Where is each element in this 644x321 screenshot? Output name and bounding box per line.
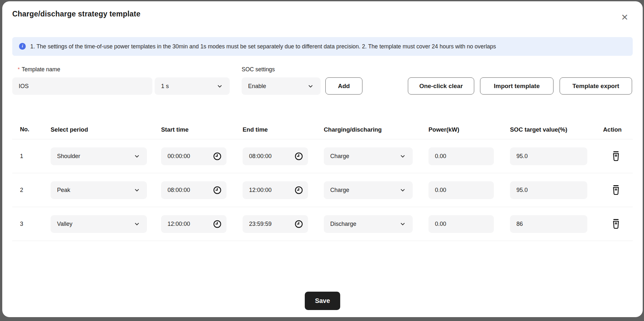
- col-header-start-time: Start time: [161, 126, 243, 133]
- page-title: Charge/discharge strategy template: [12, 10, 140, 18]
- mode-select[interactable]: 1 s: [155, 77, 230, 95]
- start-time-input[interactable]: 08:00:00: [161, 181, 226, 199]
- power-input[interactable]: 0.00: [428, 147, 494, 165]
- col-header-no: No.: [12, 126, 51, 133]
- delete-row-button[interactable]: [610, 149, 622, 163]
- chevron-down-icon: [216, 83, 223, 90]
- template-name-value: IOS: [19, 83, 29, 90]
- chevron-down-icon: [399, 153, 406, 160]
- clock-icon: [294, 219, 303, 229]
- table-header-row: No. Select period Start time End time Ch…: [12, 120, 633, 139]
- delete-row-button[interactable]: [610, 217, 622, 231]
- strategy-table: No. Select period Start time End time Ch…: [12, 120, 633, 241]
- col-header-power: Power(kW): [428, 126, 510, 133]
- charge-discharge-template-dialog: Charge/discharge strategy template ✕ i 1…: [2, 1, 643, 317]
- period-select[interactable]: Shoulder: [51, 147, 147, 165]
- row-number: 2: [12, 187, 51, 194]
- trash-icon: [611, 150, 621, 162]
- clock-icon: [213, 186, 222, 195]
- table-row: 2 Peak 08:00:00 12:00:00 Charge 0.00 95.…: [12, 173, 633, 207]
- info-icon: i: [19, 43, 26, 50]
- col-header-soc-target: SOC target value(%): [510, 126, 599, 133]
- row-number: 1: [12, 153, 51, 160]
- chevron-down-icon: [399, 186, 406, 194]
- soc-selected-value: Enable: [248, 83, 266, 90]
- col-header-charging-discharging: Charging/discharing: [324, 126, 428, 133]
- soc-target-input[interactable]: 86: [510, 215, 587, 233]
- template-name-input[interactable]: IOS: [12, 77, 152, 95]
- clock-icon: [213, 152, 222, 161]
- table-row: 1 Shoulder 00:00:00 08:00:00 Charge 0.00…: [12, 139, 633, 173]
- row-number: 3: [12, 221, 51, 227]
- end-time-input[interactable]: 23:59:59: [243, 215, 308, 233]
- add-button[interactable]: Add: [325, 77, 362, 95]
- chevron-down-icon: [133, 220, 140, 227]
- save-button[interactable]: Save: [305, 292, 340, 310]
- trash-icon: [611, 218, 621, 230]
- end-time-input[interactable]: 12:00:00: [243, 181, 308, 199]
- period-select[interactable]: Valley: [51, 215, 147, 233]
- table-row: 3 Valley 12:00:00 23:59:59 Discharge 0.0…: [12, 207, 633, 241]
- chevron-down-icon: [133, 153, 140, 160]
- charge-mode-select[interactable]: Discharge: [324, 215, 413, 233]
- banner-text: 1. The settings of the time-of-use power…: [30, 42, 496, 51]
- one-click-clear-button[interactable]: One-click clear: [408, 77, 474, 95]
- soc-target-input[interactable]: 95.0: [510, 147, 587, 165]
- chevron-down-icon: [307, 83, 314, 90]
- col-header-select-period: Select period: [51, 126, 161, 133]
- soc-settings-label: SOC settings: [242, 66, 275, 73]
- power-input[interactable]: 0.00: [428, 215, 494, 233]
- close-icon[interactable]: ✕: [619, 12, 630, 23]
- start-time-input[interactable]: 00:00:00: [161, 147, 226, 165]
- col-header-action: Action: [599, 126, 633, 133]
- clock-icon: [294, 186, 303, 195]
- delete-row-button[interactable]: [610, 183, 622, 197]
- template-name-label: *Template name: [18, 66, 60, 73]
- template-export-button[interactable]: Template export: [560, 77, 632, 95]
- col-header-end-time: End time: [243, 126, 324, 133]
- start-time-input[interactable]: 12:00:00: [161, 215, 226, 233]
- trash-icon: [611, 184, 621, 196]
- soc-target-input[interactable]: 95.0: [510, 181, 587, 199]
- mode-selected-value: 1 s: [161, 83, 169, 90]
- required-asterisk: *: [18, 67, 20, 72]
- chevron-down-icon: [133, 186, 140, 194]
- info-banner: i 1. The settings of the time-of-use pow…: [12, 37, 633, 56]
- clock-icon: [213, 219, 222, 229]
- charge-mode-select[interactable]: Charge: [324, 147, 413, 165]
- end-time-input[interactable]: 08:00:00: [243, 147, 308, 165]
- power-input[interactable]: 0.00: [428, 181, 494, 199]
- chevron-down-icon: [399, 220, 406, 227]
- charge-mode-select[interactable]: Charge: [324, 181, 413, 199]
- clock-icon: [294, 152, 303, 161]
- soc-settings-select[interactable]: Enable: [242, 77, 321, 95]
- import-template-button[interactable]: Import template: [480, 77, 553, 95]
- period-select[interactable]: Peak: [51, 181, 147, 199]
